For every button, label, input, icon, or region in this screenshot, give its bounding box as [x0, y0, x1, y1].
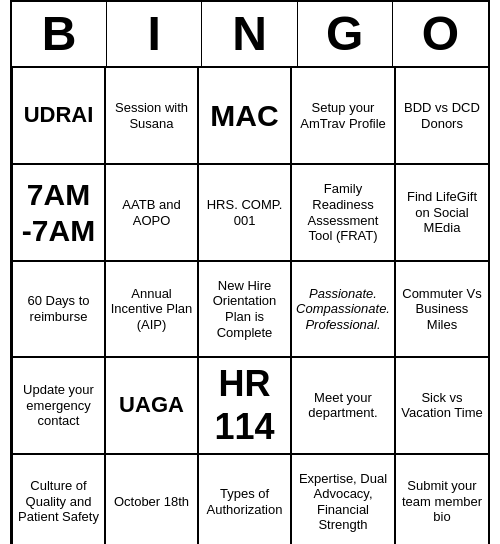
bingo-cell-7: HRS. COMP. 001 [198, 164, 291, 260]
bingo-cell-2: MAC [198, 68, 291, 164]
bingo-letter-G: G [298, 2, 393, 66]
bingo-cell-18: Meet your department. [291, 357, 395, 453]
bingo-cell-8: Family Readiness Assessment Tool (FRAT) [291, 164, 395, 260]
bingo-cell-19: Sick vs Vacation Time [395, 357, 488, 453]
bingo-card: BINGO UDRAISession with SusanaMACSetup y… [10, 0, 490, 544]
bingo-cell-10: 60 Days to reimburse [12, 261, 105, 357]
bingo-grid: UDRAISession with SusanaMACSetup your Am… [12, 68, 488, 544]
bingo-cell-0: UDRAI [12, 68, 105, 164]
bingo-cell-21: October 18th [105, 454, 198, 545]
bingo-cell-1: Session with Susana [105, 68, 198, 164]
bingo-letter-O: O [393, 2, 488, 66]
bingo-cell-23: Expertise, Dual Advocacy, Financial Stre… [291, 454, 395, 545]
bingo-cell-3: Setup your AmTrav Profile [291, 68, 395, 164]
bingo-cell-20: Culture of Quality and Patient Safety [12, 454, 105, 545]
bingo-cell-15: Update your emergency contact [12, 357, 105, 453]
bingo-letter-B: B [12, 2, 107, 66]
bingo-cell-6: AATB and AOPO [105, 164, 198, 260]
bingo-header: BINGO [12, 2, 488, 68]
bingo-cell-13: Passionate. Compassionate. Professional. [291, 261, 395, 357]
bingo-letter-I: I [107, 2, 202, 66]
bingo-cell-11: Annual Incentive Plan (AIP) [105, 261, 198, 357]
bingo-cell-22: Types of Authorization [198, 454, 291, 545]
bingo-cell-24: Submit your team member bio [395, 454, 488, 545]
bingo-cell-16: UAGA [105, 357, 198, 453]
bingo-cell-14: Commuter Vs Business Miles [395, 261, 488, 357]
bingo-cell-17: HR 114 [198, 357, 291, 453]
bingo-cell-5: 7AM -7AM [12, 164, 105, 260]
bingo-letter-N: N [202, 2, 297, 66]
bingo-cell-12: New Hire Orientation Plan is Complete [198, 261, 291, 357]
bingo-cell-4: BDD vs DCD Donors [395, 68, 488, 164]
bingo-cell-9: Find LifeGift on Social MEdia [395, 164, 488, 260]
